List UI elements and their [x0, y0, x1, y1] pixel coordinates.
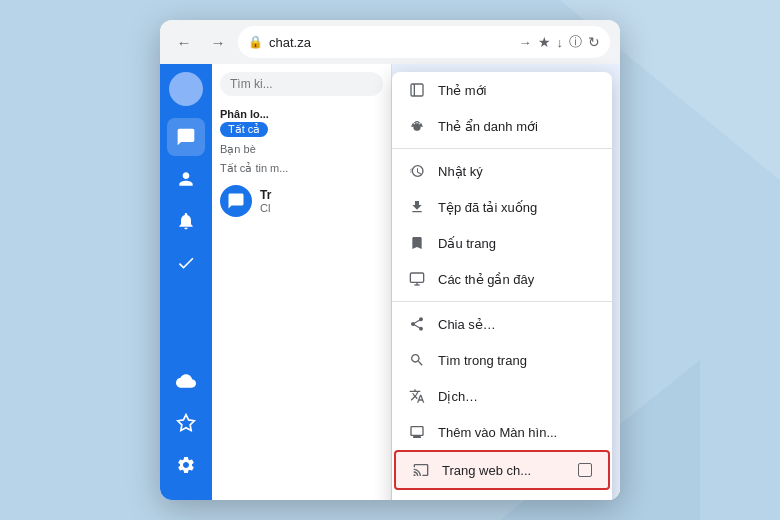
menu-item-bookmarks[interactable]: Dấu trang: [392, 225, 612, 261]
dropdown-menu: Thẻ mới Thẻ ẩn danh mới Nhật ký: [392, 72, 612, 500]
menu-label-history: Nhật ký: [438, 164, 596, 179]
menu-label-translate: Dịch…: [438, 389, 596, 404]
menu-item-share[interactable]: Chia sẻ…: [392, 306, 612, 342]
address-bar[interactable]: 🔒 chat.za → ★ ↓ ⓘ ↻: [238, 26, 610, 58]
menu-label-cast: Trang web ch...: [442, 463, 566, 478]
menu-item-find[interactable]: Tìm trong trang: [392, 342, 612, 378]
menu-item-downloads[interactable]: Tệp đã tải xuống: [392, 189, 612, 225]
address-text: chat.za: [269, 35, 513, 50]
menu-label-share: Chia sẻ…: [438, 317, 596, 332]
new-tab-icon: [408, 81, 426, 99]
browser-window: ← → 🔒 chat.za → ★ ↓ ⓘ ↻: [160, 20, 620, 500]
reload-icon[interactable]: ↻: [588, 34, 600, 50]
nav-forward-icon: →: [519, 35, 532, 50]
svg-rect-3: [410, 273, 423, 282]
bookmarks-icon: [408, 234, 426, 252]
lock-icon: 🔒: [248, 35, 263, 49]
menu-divider-2: [392, 301, 612, 302]
menu-item-settings[interactable]: Cài đặt: [392, 490, 612, 500]
recent-tabs-icon: [408, 270, 426, 288]
download-icon[interactable]: ↓: [557, 35, 564, 50]
info-icon[interactable]: ⓘ: [569, 33, 582, 51]
browser-toolbar: ← → 🔒 chat.za → ★ ↓ ⓘ ↻: [160, 20, 620, 64]
menu-label-bookmarks: Dấu trang: [438, 236, 596, 251]
share-icon: [408, 315, 426, 333]
cast-icon: [412, 461, 430, 479]
find-icon: [408, 351, 426, 369]
browser-content: Phân lo... Tất cả Bạn bè Tất cả tin m...…: [160, 64, 620, 500]
menu-item-incognito[interactable]: Thẻ ẩn danh mới: [392, 108, 612, 144]
star-icon[interactable]: ★: [538, 34, 551, 50]
menu-item-translate[interactable]: Dịch…: [392, 378, 612, 414]
downloads-icon: [408, 198, 426, 216]
menu-label-add-to-screen: Thêm vào Màn hìn...: [438, 425, 596, 440]
back-button[interactable]: ←: [170, 28, 198, 56]
menu-divider-1: [392, 148, 612, 149]
menu-label-find: Tìm trong trang: [438, 353, 596, 368]
menu-label-downloads: Tệp đã tải xuống: [438, 200, 596, 215]
menu-item-cast[interactable]: Trang web ch...: [394, 450, 610, 490]
settings-icon: [408, 499, 426, 500]
menu-item-history[interactable]: Nhật ký: [392, 153, 612, 189]
translate-icon: [408, 387, 426, 405]
menu-item-recent-tabs[interactable]: Các thẻ gần đây: [392, 261, 612, 297]
dropdown-overlay: Thẻ mới Thẻ ẩn danh mới Nhật ký: [160, 64, 620, 500]
menu-label-incognito: Thẻ ẩn danh mới: [438, 119, 596, 134]
svg-rect-1: [411, 84, 423, 96]
menu-item-add-to-screen[interactable]: Thêm vào Màn hìn...: [392, 414, 612, 450]
menu-item-new-tab[interactable]: Thẻ mới: [392, 72, 612, 108]
cast-extra-box: [578, 463, 592, 477]
menu-label-recent-tabs: Các thẻ gần đây: [438, 272, 596, 287]
history-icon: [408, 162, 426, 180]
menu-label-new-tab: Thẻ mới: [438, 83, 596, 98]
add-to-screen-icon: [408, 423, 426, 441]
incognito-icon: [408, 117, 426, 135]
forward-button[interactable]: →: [204, 28, 232, 56]
